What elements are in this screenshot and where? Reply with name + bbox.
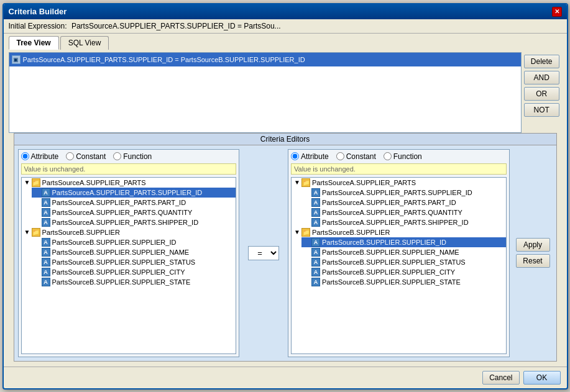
initial-expression-bar: Initial Expression: PartsSourceA.SUPPLIE… (4, 19, 567, 34)
left-tree-item-supplier-city-b[interactable]: A PartsSourceB.SUPPLIER.SUPPLIER_CITY (32, 267, 236, 277)
left-attr-icon: A (42, 188, 50, 197)
right-tree-item-part-id-a[interactable]: A PartsSourceA.SUPPLIER_PARTS.PART_ID (301, 198, 506, 207)
left-tree-item-supplier-name-b[interactable]: A PartsSourceB.SUPPLIER.SUPPLIER_NAME (32, 247, 236, 257)
left-tree-item-shipper-id-a[interactable]: A PartsSourceA.SUPPLIER_PARTS.SHIPPER_ID (32, 217, 236, 227)
left-tree-item-part-id-a[interactable]: A PartsSourceA.SUPPLIER_PARTS.PART_ID (32, 198, 236, 207)
tab-tree-view[interactable]: Tree View (9, 36, 59, 50)
left-tree-container[interactable]: ▼ 📁 PartsSourceA.SUPPLIER_PARTS A PartsS… (21, 177, 237, 354)
left-radio-group: Attribute Constant Function (21, 152, 237, 161)
right-tree-container[interactable]: ▼ 📁 PartsSourceA.SUPPLIER_PARTS A PartsS… (291, 177, 507, 354)
right-radio-constant[interactable]: Constant (336, 152, 376, 161)
left-attr-icon-3: A (42, 208, 50, 217)
tab-sql-view[interactable]: SQL View (60, 36, 109, 50)
tabs-bar: Tree View SQL View (4, 34, 567, 50)
initial-expression-label: Initial Expression: (9, 22, 67, 30)
right-folder-a-children: A PartsSourceA.SUPPLIER_PARTS.SUPPLIER_I… (292, 188, 506, 227)
left-attr-icon-b2: A (42, 248, 50, 257)
and-button[interactable]: AND (524, 71, 559, 84)
left-folder-icon-a: 📁 (32, 178, 40, 187)
left-tree-item-quantity-a[interactable]: A PartsSourceA.SUPPLIER_PARTS.QUANTITY (32, 207, 236, 217)
left-value-unchanged: Value is unchanged. (21, 163, 237, 175)
right-tree-item-supplier-city-b[interactable]: A PartsSourceB.SUPPLIER.SUPPLIER_CITY (301, 267, 506, 277)
right-value-unchanged: Value is unchanged. (291, 163, 507, 175)
left-tree-folder-a[interactable]: ▼ 📁 PartsSourceA.SUPPLIER_PARTS (22, 178, 236, 188)
left-toggle-b[interactable]: ▼ (24, 229, 32, 235)
left-toggle-a[interactable]: ▼ (24, 179, 32, 186)
left-folder-icon-b: 📁 (32, 228, 40, 237)
right-radio-attribute[interactable]: Attribute (291, 152, 329, 161)
cancel-button[interactable]: Cancel (482, 371, 519, 385)
left-attr-icon-b3: A (42, 258, 50, 267)
left-tree-item-supplier-state-b[interactable]: A PartsSourceB.SUPPLIER.SUPPLIER_STATE (32, 277, 236, 287)
right-folder-icon-b: 📁 (301, 228, 310, 237)
right-attr-icon-b5: A (311, 278, 320, 286)
right-attr-icon-a4: A (311, 218, 320, 227)
expression-wrapper: ▣ PartsSourceA.SUPPLIER_PARTS.SUPPLIER_I… (9, 52, 562, 133)
left-tree-folder-b[interactable]: ▼ 📁 PartsSourceB.SUPPLIER (22, 227, 236, 237)
operator-area: = != < > <= >= (243, 149, 284, 357)
or-button[interactable]: OR (524, 87, 559, 101)
expression-icon: ▣ (12, 55, 21, 64)
right-tree-item-supplier-status-b[interactable]: A PartsSourceB.SUPPLIER.SUPPLIER_STATUS (301, 257, 506, 267)
editors-content: Attribute Constant Function Value is unc… (14, 145, 556, 361)
right-attr-icon-a3: A (311, 208, 320, 217)
left-radio-attribute[interactable]: Attribute (21, 152, 59, 161)
right-tree-folder-a[interactable]: ▼ 📁 PartsSourceA.SUPPLIER_PARTS (292, 178, 506, 188)
right-tree-item-quantity-a[interactable]: A PartsSourceA.SUPPLIER_PARTS.QUANTITY (301, 207, 506, 217)
title-bar: Criteria Builder ✕ (4, 4, 567, 19)
apply-reset-panel: Apply Reset (513, 149, 553, 357)
bottom-bar: Cancel OK (4, 367, 567, 388)
right-tree-item-shipper-id-a[interactable]: A PartsSourceA.SUPPLIER_PARTS.SHIPPER_ID (301, 217, 506, 227)
right-attr-icon-b1: A (311, 238, 320, 247)
right-radio-function[interactable]: Function (384, 152, 422, 161)
right-attr-icon-a2: A (311, 198, 320, 207)
left-folder-b-children: A PartsSourceB.SUPPLIER.SUPPLIER_ID A Pa… (22, 237, 236, 287)
expression-row[interactable]: ▣ PartsSourceA.SUPPLIER_PARTS.SUPPLIER_I… (9, 53, 521, 66)
right-folder-b-children: A PartsSourceB.SUPPLIER.SUPPLIER_ID A Pa… (292, 237, 506, 287)
right-folder-icon-a: 📁 (301, 178, 310, 187)
right-tree-item-supplier-state-b[interactable]: A PartsSourceB.SUPPLIER.SUPPLIER_STATE (301, 277, 506, 287)
criteria-editors-section: Criteria Editors Attribute Constant Func… (14, 133, 557, 362)
left-radio-constant[interactable]: Constant (66, 152, 106, 161)
left-attr-icon-b1: A (42, 238, 50, 247)
left-tree-item-supplier-id-b[interactable]: A PartsSourceB.SUPPLIER.SUPPLIER_ID (32, 237, 236, 247)
apply-button[interactable]: Apply (516, 238, 550, 252)
right-tree-item-supplier-name-b[interactable]: A PartsSourceB.SUPPLIER.SUPPLIER_NAME (301, 247, 506, 257)
left-folder-a-children: A PartsSourceA.SUPPLIER_PARTS.SUPPLIER_I… (22, 188, 236, 227)
right-toggle-a[interactable]: ▼ (294, 179, 301, 186)
criteria-builder-dialog: Criteria Builder ✕ Initial Expression: P… (2, 3, 568, 390)
reset-button[interactable]: Reset (516, 254, 550, 268)
initial-expression-value: PartsSourceA.SUPPLIER_PARTS.SUPPLIER_ID … (71, 22, 281, 30)
delete-button[interactable]: Delete (524, 55, 559, 68)
right-tree-folder-b[interactable]: ▼ 📁 PartsSourceB.SUPPLIER (292, 227, 506, 237)
left-radio-function[interactable]: Function (113, 152, 152, 161)
criteria-editors-title: Criteria Editors (14, 134, 556, 145)
left-attr-icon-4: A (42, 218, 50, 227)
expression-text: PartsSourceA.SUPPLIER_PARTS.SUPPLIER_ID … (23, 56, 305, 63)
expression-main: ▣ PartsSourceA.SUPPLIER_PARTS.SUPPLIER_I… (9, 52, 522, 133)
tree-view-panel: ▣ PartsSourceA.SUPPLIER_PARTS.SUPPLIER_I… (4, 50, 567, 367)
ok-button[interactable]: OK (523, 371, 561, 385)
left-attr-icon-b4: A (42, 268, 50, 276)
right-editor-panel: Attribute Constant Function Value is unc… (288, 149, 510, 357)
right-attr-icon-b3: A (311, 258, 320, 267)
right-tree-item-supplier-id-a[interactable]: A PartsSourceA.SUPPLIER_PARTS.SUPPLIER_I… (301, 188, 506, 198)
not-button[interactable]: NOT (524, 103, 559, 117)
left-attr-icon-2: A (42, 198, 50, 207)
operator-select[interactable]: = != < > <= >= (248, 246, 279, 260)
left-tree-item-supplier-status-b[interactable]: A PartsSourceB.SUPPLIER.SUPPLIER_STATUS (32, 257, 236, 267)
right-attr-icon-b2: A (311, 248, 320, 257)
right-tree-item-supplier-id-b[interactable]: A PartsSourceB.SUPPLIER.SUPPLIER_ID (301, 237, 506, 247)
left-editor-panel: Attribute Constant Function Value is unc… (18, 149, 240, 357)
right-attr-icon-b4: A (311, 268, 320, 276)
left-attr-icon-b5: A (42, 278, 50, 286)
left-tree-item-supplier-id-a[interactable]: A PartsSourceA.SUPPLIER_PARTS.SUPPLIER_I… (32, 188, 236, 198)
right-attr-icon-a1: A (311, 188, 320, 197)
dialog-title: Criteria Builder (9, 7, 67, 16)
right-toggle-b[interactable]: ▼ (294, 229, 301, 235)
right-radio-group: Attribute Constant Function (291, 152, 507, 161)
close-button[interactable]: ✕ (552, 7, 562, 17)
right-buttons-panel: Delete AND OR NOT (522, 52, 562, 133)
